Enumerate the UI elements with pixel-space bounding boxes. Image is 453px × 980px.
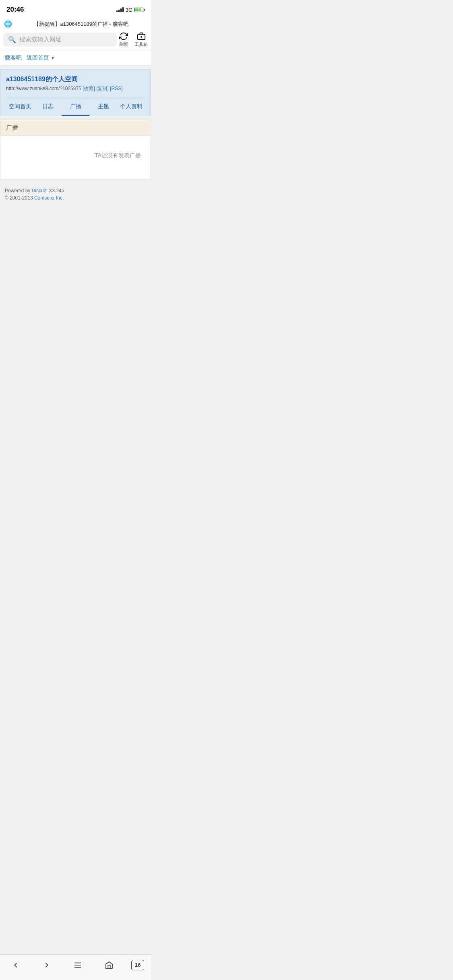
discuz-link[interactable]: Discuz! <box>32 188 48 194</box>
network-label: 3G <box>126 7 132 13</box>
browser-chrome: 🌐 【新提醒】a1306451189的广播 - 赚客吧 🔍 搜索或输入网址 刷新 <box>0 18 151 51</box>
signal-icon <box>116 7 124 12</box>
nav-profile[interactable]: 个人资料 <box>117 98 145 116</box>
browser-toolbar: 🔍 搜索或输入网址 刷新 工具箱 <box>0 30 151 51</box>
page-footer: Powered by Discuz! X3.245 © 2001-2013 Co… <box>0 180 151 260</box>
profile-url: http://www.zuanke8.com/?1025875 [收藏] [复制… <box>6 85 145 92</box>
footer-copyright: © 2001-2013 Comsenz Inc. <box>5 195 146 201</box>
toolbox-label: 工具箱 <box>134 41 148 47</box>
refresh-label: 刷新 <box>119 41 128 47</box>
breadcrumb-home[interactable]: 赚客吧 <box>5 54 22 62</box>
footer-powered: Powered by Discuz! X3.245 <box>5 188 146 194</box>
browser-actions: 刷新 工具箱 <box>119 32 148 47</box>
status-time: 20:46 <box>6 6 24 14</box>
breadcrumb: 赚客吧 返回首页 ▾ <box>0 51 151 65</box>
status-bar: 20:46 3G ⚡ <box>0 0 151 18</box>
page-title[interactable]: 【新提醒】a1306451189的广播 - 赚客吧 <box>15 21 147 28</box>
search-icon: 🔍 <box>8 36 16 43</box>
broadcast-header: 广播 <box>0 120 151 136</box>
profile-rss-link[interactable]: [RSS] <box>110 86 122 91</box>
nav-topic[interactable]: 主题 <box>89 98 117 116</box>
refresh-button[interactable]: 刷新 <box>119 32 128 47</box>
profile-name: a1306451189的个人空间 <box>6 75 145 84</box>
search-placeholder: 搜索或输入网址 <box>19 36 62 43</box>
url-bar: 🌐 【新提醒】a1306451189的广播 - 赚客吧 <box>0 18 151 30</box>
nav-broadcast[interactable]: 广播 <box>62 98 89 116</box>
broadcast-empty-message: TA还没有发表广播 <box>6 144 145 167</box>
nav-diary[interactable]: 日志 <box>34 98 62 116</box>
page-content: a1306451189的个人空间 http://www.zuanke8.com/… <box>0 65 151 296</box>
dropdown-icon[interactable]: ▾ <box>52 55 54 61</box>
search-bar[interactable]: 🔍 搜索或输入网址 <box>3 33 117 47</box>
comsenz-link[interactable]: Comsenz Inc. <box>34 195 64 201</box>
broadcast-content: TA还没有发表广播 <box>0 136 151 179</box>
broadcast-section: 广播 TA还没有发表广播 <box>0 119 151 180</box>
toolbox-button[interactable]: 工具箱 <box>134 32 148 47</box>
breadcrumb-back[interactable]: 返回首页 <box>27 54 49 62</box>
profile-card: a1306451189的个人空间 http://www.zuanke8.com/… <box>0 69 151 116</box>
status-icons: 3G ⚡ <box>116 7 145 13</box>
profile-nav: 空间首页 日志 广播 主题 个人资料 <box>6 98 145 116</box>
battery-icon: ⚡ <box>134 8 145 12</box>
profile-copy-link[interactable]: [复制] <box>96 86 109 91</box>
globe-icon: 🌐 <box>4 20 12 28</box>
profile-collect-link[interactable]: [收藏] <box>83 86 95 91</box>
nav-home[interactable]: 空间首页 <box>6 98 34 116</box>
profile-url-text: http://www.zuanke8.com/?1025875 <box>6 86 81 91</box>
